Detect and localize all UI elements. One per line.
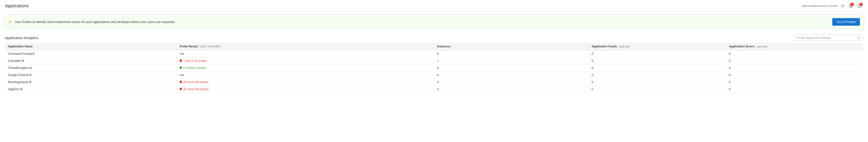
col-header-faults: Application Faults Last hour bbox=[588, 43, 725, 50]
cell-probe-result[interactable]: n/a bbox=[177, 50, 434, 58]
table-row: Google Chrome-Bn/a000 bbox=[5, 72, 863, 79]
col-header-errors: Application Errors Last hour bbox=[726, 43, 863, 50]
probes-sun-icon: ☀ bbox=[8, 19, 12, 25]
cell-probe-result[interactable]: 5 Probes Passed bbox=[177, 65, 434, 72]
cell-app-name: PassArguments-B bbox=[5, 79, 177, 86]
cell-probe-result[interactable]: 25 out of 46 probes bbox=[177, 86, 434, 93]
table-body: Command Prompt-Bn/a000Calculator-B7 out … bbox=[5, 50, 863, 93]
search-input[interactable] bbox=[797, 36, 856, 40]
cell-instances: 0 bbox=[434, 79, 588, 86]
cell-instances: 0 bbox=[434, 72, 588, 79]
probe-result-link[interactable]: 7 out of 41 probes bbox=[183, 59, 207, 63]
cell-faults: 0 bbox=[588, 79, 725, 86]
bell-badge: 11 bbox=[850, 3, 854, 6]
cell-app-name: ThrowException-B bbox=[5, 65, 177, 72]
cell-faults: 0 bbox=[588, 58, 725, 65]
cell-probe-result[interactable]: 28 out of 46 probes bbox=[177, 79, 434, 86]
cell-instances: 0 bbox=[434, 50, 588, 58]
probe-success-dot bbox=[180, 67, 182, 69]
cell-app-name: Command Prompt-B bbox=[5, 50, 177, 58]
cell-faults: 0 bbox=[588, 86, 725, 93]
applications-table: Application Name Probe Result LAST 24 HO… bbox=[5, 43, 863, 93]
table-header: Application Name Probe Result LAST 24 HO… bbox=[5, 43, 863, 50]
probe-result-link[interactable]: 28 out of 46 probes bbox=[183, 80, 209, 84]
col-header-probe-result: Probe Result LAST 24 HOURS bbox=[177, 43, 434, 50]
cell-probe-result[interactable]: n/a bbox=[177, 72, 434, 79]
sort-icon: ↓ bbox=[452, 45, 454, 48]
table-row: Command Prompt-Bn/a000 bbox=[5, 50, 863, 58]
probe-error-dot bbox=[180, 81, 182, 83]
probe-error-dot bbox=[180, 59, 182, 62]
cell-faults: 0 bbox=[588, 65, 725, 72]
table-row: AppError-B25 out of 46 probes000 bbox=[5, 86, 863, 93]
page-header: Applications Data updated every 5 minute… bbox=[0, 0, 868, 11]
instances-link[interactable]: 1 bbox=[437, 59, 439, 63]
alert-icon-button[interactable]: 1 bbox=[856, 2, 863, 9]
table-row: PassArguments-B28 out of 46 probes000 bbox=[5, 79, 863, 86]
cell-app-name: Calculator-B bbox=[5, 58, 177, 65]
probes-banner: ☀ Use Probes to identify and troubleshoo… bbox=[4, 14, 864, 29]
cell-faults: 0 bbox=[588, 50, 725, 58]
col-header-instances[interactable]: Instances ↓ bbox=[434, 43, 588, 50]
bell-icon-button[interactable]: 11 bbox=[847, 2, 854, 9]
cell-errors: 0 bbox=[726, 72, 863, 79]
cell-errors: 0 bbox=[726, 65, 863, 72]
header-right: Data updated every 5 minutes 11 bbox=[802, 2, 863, 9]
cell-errors: 0 bbox=[726, 79, 863, 86]
table-row: ThrowException-B5 Probes Passed000 bbox=[5, 65, 863, 72]
svg-line-4 bbox=[860, 38, 860, 39]
cell-instances: 0 bbox=[434, 65, 588, 72]
col-header-app-name: Application Name bbox=[5, 43, 177, 50]
probes-text: Use Probes to identify and troubleshoot … bbox=[15, 20, 176, 24]
page-title: Applications bbox=[5, 3, 29, 8]
probes-banner-left: ☀ Use Probes to identify and troubleshoo… bbox=[8, 19, 176, 25]
header-icons: 11 1 bbox=[847, 2, 863, 9]
cell-instances: 0 bbox=[434, 86, 588, 93]
probe-result-link[interactable]: 5 Probes Passed bbox=[183, 66, 206, 70]
search-icon bbox=[857, 36, 860, 40]
analytics-title: Application Analytics bbox=[5, 36, 38, 40]
cell-probe-result[interactable]: 7 out of 41 probes bbox=[177, 58, 434, 65]
cell-instances[interactable]: 1 bbox=[434, 58, 588, 65]
refresh-icon[interactable] bbox=[841, 4, 844, 8]
go-to-probes-button[interactable]: Go to Probes bbox=[832, 18, 860, 26]
data-updated-text: Data updated every 5 minutes bbox=[802, 4, 838, 7]
probe-result-link[interactable]: 25 out of 46 probes bbox=[183, 87, 209, 91]
table-row: Calculator-B7 out of 41 probes100 bbox=[5, 58, 863, 65]
cell-app-name: Google Chrome-B bbox=[5, 72, 177, 79]
cell-errors: 0 bbox=[726, 86, 863, 93]
cell-app-name: AppError-B bbox=[5, 86, 177, 93]
cell-errors: 0 bbox=[726, 50, 863, 58]
probe-error-dot bbox=[180, 88, 182, 90]
search-box[interactable] bbox=[795, 35, 863, 41]
alert-badge: 1 bbox=[860, 3, 863, 6]
analytics-header: Application Analytics bbox=[0, 32, 868, 43]
cell-errors: 0 bbox=[726, 58, 863, 65]
table-container: Application Name Probe Result LAST 24 HO… bbox=[0, 43, 868, 93]
cell-faults: 0 bbox=[588, 72, 725, 79]
